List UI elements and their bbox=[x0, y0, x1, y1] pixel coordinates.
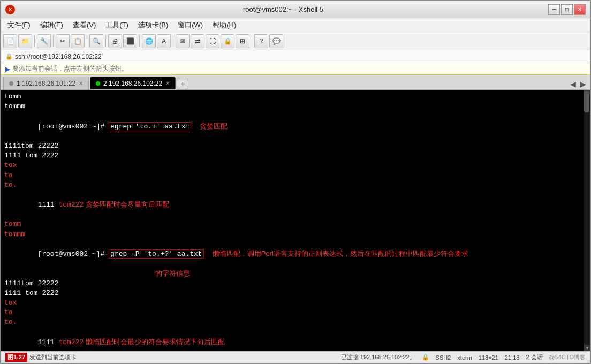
status-left: 图1-27 发送到当前选项卡 bbox=[5, 353, 337, 362]
menu-help[interactable]: 帮助(H) bbox=[208, 19, 240, 31]
app-window: root@vms002:~ - Xshell 5 ─ □ ✕ 文件(F) 编辑(… bbox=[0, 0, 591, 364]
app-icon bbox=[5, 5, 15, 14]
title-bar: root@vms002:~ - Xshell 5 ─ □ ✕ bbox=[1, 1, 590, 18]
line-11: tommm bbox=[4, 230, 580, 239]
fullscreen-button[interactable]: ⛶ bbox=[206, 34, 219, 48]
tab-2-indicator bbox=[96, 81, 100, 86]
scroll-down-button[interactable]: ▼ bbox=[584, 345, 590, 351]
status-bar: 图1-27 发送到当前选项卡 已连接 192.168.26.102:22。 🔒 … bbox=[1, 351, 590, 363]
line-12: [root@vms002 ~]# grep -P 'to.+?' aa.txt懒… bbox=[4, 239, 580, 269]
tab-2-close[interactable]: ✕ bbox=[165, 80, 170, 86]
copy-button[interactable]: 📋 bbox=[71, 34, 85, 48]
menu-tab[interactable]: 选项卡(B) bbox=[134, 19, 172, 31]
help-btn[interactable]: ? bbox=[254, 34, 268, 48]
annotation-1: 贪婪匹配 bbox=[200, 122, 228, 130]
line-16: to bbox=[4, 308, 580, 317]
address-bar: 🔒 ssh://root@192.168.26.102:22 bbox=[1, 50, 590, 63]
keys-button[interactable]: ⊞ bbox=[236, 34, 249, 48]
tab-1-close[interactable]: ✕ bbox=[79, 80, 83, 86]
terminal-type: xterm bbox=[457, 354, 472, 361]
print2-button[interactable]: ⬛ bbox=[123, 34, 137, 48]
new-button[interactable]: 📄 bbox=[3, 34, 17, 48]
cut-button[interactable]: ✂ bbox=[56, 34, 70, 48]
terminal-scrollbar[interactable]: ▲ ▼ bbox=[584, 90, 590, 351]
status-hint: 发送到当前选项卡 bbox=[29, 353, 77, 361]
line-18-annotation: 懒惰匹配时会最少的符合要求情况下向后匹配 bbox=[84, 338, 225, 346]
restore-button[interactable]: □ bbox=[561, 4, 573, 15]
line-5: 1111 tom 2222 bbox=[4, 151, 580, 161]
window-title: root@vms002:~ - Xshell 5 bbox=[18, 5, 548, 13]
line-9-annotation: 贪婪匹配时会尽量向后匹配 bbox=[84, 200, 169, 208]
transfer-button[interactable]: ⇄ bbox=[191, 34, 204, 48]
line-1: tomm bbox=[4, 92, 580, 102]
line-9-prefix: 1111 bbox=[37, 201, 58, 209]
terminal-size: 118×21 bbox=[479, 354, 498, 361]
session-arrow-icon: ▶ bbox=[5, 65, 10, 73]
window-controls: ─ □ ✕ bbox=[548, 4, 586, 15]
connection-status: 已连接 192.168.26.102:22。 bbox=[341, 353, 415, 361]
protocol-label: SSH2 bbox=[436, 354, 451, 361]
tab-2-label: 2 192.168.26.102:22 bbox=[103, 80, 162, 87]
tab-1-label: 1 192.168.26.101:22 bbox=[17, 80, 75, 87]
terminal-wrapper: tomm tommm [root@vms002 ~]# egrep 'to.+'… bbox=[1, 90, 590, 351]
tab-add-button[interactable]: + bbox=[177, 78, 188, 89]
line-18-prefix: 1111 bbox=[37, 338, 58, 346]
line-15: tox bbox=[4, 298, 580, 308]
terminal[interactable]: tomm tommm [root@vms002 ~]# egrep 'to.+'… bbox=[1, 90, 584, 351]
figure-label: 图1-27 bbox=[5, 353, 27, 362]
tab-bar: 1 192.168.26.101:22 ✕ 2 192.168.26.102:2… bbox=[1, 75, 590, 90]
watermark: @54CTO博客 bbox=[549, 353, 586, 361]
scroll-thumb[interactable] bbox=[584, 91, 589, 112]
menu-bar: 文件(F) 编辑(E) 查看(V) 工具(T) 选项卡(B) 窗口(W) 帮助(… bbox=[1, 18, 590, 32]
line-4: 1111tom 22222 bbox=[4, 141, 580, 151]
tab-1-indicator bbox=[9, 81, 13, 86]
minimize-button[interactable]: ─ bbox=[548, 4, 560, 15]
line-18-highlight: tom222 bbox=[58, 338, 84, 346]
session-bar: ▶ 要添加当前会话，点击左侧的箭头按钮。 bbox=[1, 63, 590, 75]
tab-navigation: ◀ ▶ bbox=[569, 80, 588, 89]
font-button[interactable]: A bbox=[157, 34, 171, 48]
menu-view[interactable]: 查看(V) bbox=[69, 19, 100, 31]
menu-file[interactable]: 文件(F) bbox=[3, 19, 35, 31]
line-9-highlight: tom222 bbox=[58, 201, 84, 209]
tab-2[interactable]: 2 192.168.26.102:22 ✕ bbox=[90, 77, 176, 89]
print-button[interactable]: 🖨 bbox=[108, 34, 122, 48]
properties-button[interactable]: 🔧 bbox=[37, 34, 51, 48]
chat-button[interactable]: 💬 bbox=[269, 34, 283, 48]
open-button[interactable]: 📁 bbox=[18, 34, 32, 48]
line-2: tommm bbox=[4, 102, 580, 111]
tab-1[interactable]: 1 192.168.26.101:22 ✕ bbox=[3, 77, 89, 89]
cursor-position: 21,18 bbox=[505, 354, 520, 361]
menu-edit[interactable]: 编辑(E) bbox=[36, 19, 67, 31]
sep-1: 🔒 bbox=[422, 354, 429, 361]
session-count: 2 会话 bbox=[526, 353, 542, 361]
line-9: 1111 tom222 贪婪匹配时会尽量向后匹配 bbox=[4, 190, 580, 220]
cmd-1: egrep 'to.+' aa.txt bbox=[109, 122, 191, 131]
line-8: to. bbox=[4, 180, 580, 190]
prompt-2: [root@vms002 ~]# bbox=[37, 250, 109, 258]
line-12b: 的字符信息 bbox=[4, 269, 580, 278]
cmd-2: grep -P 'to.+?' aa.txt bbox=[109, 249, 204, 259]
tab-next-button[interactable]: ▶ bbox=[579, 80, 588, 88]
close-button[interactable]: ✕ bbox=[574, 4, 586, 15]
line-18: 1111 tom222 懒惰匹配时会最少的符合要求情况下向后匹配 bbox=[4, 328, 580, 352]
compose-button[interactable]: ✉ bbox=[176, 34, 190, 48]
line-6: tox bbox=[4, 161, 580, 170]
globe-button[interactable]: 🌐 bbox=[142, 34, 156, 48]
menu-window[interactable]: 窗口(W) bbox=[173, 19, 207, 31]
line-7: to bbox=[4, 171, 580, 180]
prompt-1: [root@vms002 ~]# bbox=[37, 123, 109, 131]
session-hint-text: 要添加当前会话，点击左侧的箭头按钮。 bbox=[12, 64, 128, 73]
line-3: [root@vms002 ~]# egrep 'to.+' aa.txt贪婪匹配 bbox=[4, 111, 580, 141]
line-10: tomm bbox=[4, 219, 580, 229]
find-button[interactable]: 🔍 bbox=[89, 34, 103, 48]
lock-button[interactable]: 🔒 bbox=[221, 34, 234, 48]
tab-prev-button[interactable]: ◀ bbox=[569, 80, 578, 88]
annotation-2: 懒惰匹配，调用Perl语言支持的正则表达式，然后在匹配的过程中匹配最少符合要求 bbox=[213, 249, 468, 257]
status-right: 已连接 192.168.26.102:22。 🔒 SSH2 xterm 118×… bbox=[341, 353, 586, 361]
line-14: 1111 tom 2222 bbox=[4, 289, 580, 298]
address-icon: 🔒 bbox=[5, 53, 13, 60]
menu-tools[interactable]: 工具(T) bbox=[101, 19, 133, 31]
line-13: 1111tom 22222 bbox=[4, 279, 580, 289]
address-text: ssh://root@192.168.26.102:22 bbox=[15, 53, 102, 60]
